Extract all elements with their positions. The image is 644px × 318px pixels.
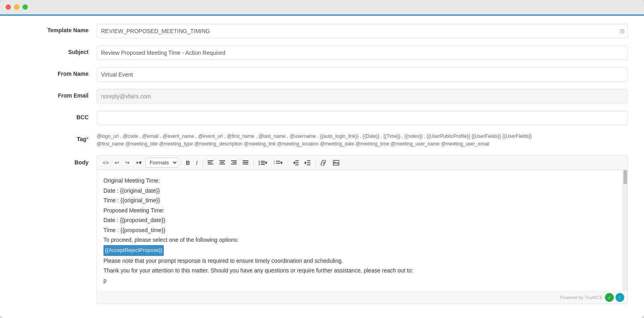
bold-button[interactable]: B: [184, 158, 192, 168]
body-line7: To proceed, please select one of the fol…: [103, 235, 616, 245]
tinymce-icon-teal: ↑: [615, 293, 624, 302]
svg-rect-2: [208, 164, 213, 164]
svg-point-14: [258, 162, 260, 163]
bcc-row: BCC: [16, 111, 628, 125]
unordered-list-button[interactable]: ▾: [256, 158, 270, 167]
svg-rect-0: [208, 160, 213, 161]
subject-input[interactable]: [97, 46, 628, 60]
svg-rect-15: [261, 162, 265, 163]
image-button[interactable]: [330, 158, 342, 167]
body-row: Body <> ↩ ↪ +▾ Formats B I: [16, 155, 628, 304]
svg-marker-22: [293, 161, 295, 164]
body-line3: Time : {{original_time}}: [103, 195, 616, 206]
subject-row: Subject: [16, 46, 628, 60]
svg-rect-7: [233, 162, 237, 163]
italic-button[interactable]: I: [194, 158, 200, 168]
svg-rect-23: [295, 160, 299, 161]
svg-rect-8: [231, 164, 237, 164]
subject-label: Subject: [16, 46, 97, 55]
svg-rect-25: [295, 164, 299, 165]
redo-button[interactable]: ↪: [123, 158, 132, 167]
svg-rect-3: [219, 160, 225, 161]
accept-reject-tag: {{AcceptRejectPropose}}: [103, 245, 164, 256]
tag-line2: @first_name @meeting_title @meeting_type…: [97, 140, 628, 148]
body-line5: Date : {{proposed_date}}: [103, 215, 616, 225]
body-line1: Original Meeting Time:: [103, 176, 616, 186]
separator-1: [181, 159, 181, 167]
svg-rect-1: [208, 162, 212, 163]
content-area: Template Name ⊟ Subject From Name From E…: [0, 15, 644, 318]
template-name-field-wrapper: ⊟: [97, 24, 628, 38]
scrollbar-thumb[interactable]: [623, 170, 627, 184]
svg-rect-11: [243, 164, 248, 164]
bcc-input[interactable]: [97, 111, 628, 125]
from-email-label: From Email: [16, 89, 97, 99]
tinymce-icon-green: ✓: [605, 293, 614, 302]
undo-button[interactable]: ↩: [112, 158, 122, 167]
template-name-label: Template Name: [16, 24, 97, 33]
from-name-input[interactable]: [97, 67, 628, 82]
close-button[interactable]: [6, 4, 11, 10]
svg-rect-13: [261, 161, 265, 162]
from-name-row: From Name: [16, 67, 628, 82]
svg-rect-17: [261, 164, 265, 165]
tag-label: Tag*: [16, 133, 97, 142]
link-button[interactable]: [318, 158, 329, 167]
maximize-button[interactable]: [23, 4, 28, 10]
template-name-row: Template Name ⊟: [16, 24, 628, 38]
svg-rect-6: [231, 160, 237, 161]
from-name-label: From Name: [16, 67, 97, 77]
svg-rect-27: [307, 160, 310, 161]
svg-rect-21: [276, 163, 280, 164]
outdent-button[interactable]: [291, 159, 301, 167]
titlebar: [0, 0, 644, 15]
svg-rect-24: [295, 162, 299, 163]
template-name-icon: ⊟: [620, 28, 625, 34]
formats-dropdown[interactable]: Formats: [145, 158, 178, 168]
tinymce-icons: ✓ ↑: [605, 293, 624, 302]
body-line2: Date : {{original_date}}: [103, 186, 616, 196]
separator-4: [288, 159, 288, 167]
ordered-list-button[interactable]: 1.2. ▾: [271, 158, 285, 167]
svg-rect-10: [243, 162, 248, 163]
editor-toolbar: <> ↩ ↪ +▾ Formats B I: [97, 156, 627, 170]
insert-button[interactable]: +▾: [133, 158, 144, 167]
separator-5: [315, 159, 316, 167]
body-line9: Please note that your prompt response is…: [103, 256, 616, 266]
indent-button[interactable]: [302, 159, 313, 167]
body-line11: p: [103, 276, 616, 286]
body-line6: Time : {{proposed_time}}: [103, 225, 616, 235]
tag-line1: @logo_url , @code , @email , @event_name…: [97, 133, 628, 140]
minimize-button[interactable]: [14, 4, 19, 10]
editor-body[interactable]: Original Meeting Time: Date : {{original…: [97, 170, 623, 291]
align-left-button[interactable]: [205, 159, 216, 167]
editor-scrollbar[interactable]: [623, 170, 627, 291]
svg-rect-28: [307, 162, 310, 163]
app-window: Template Name ⊟ Subject From Name From E…: [0, 0, 644, 318]
form-container: Template Name ⊟ Subject From Name From E…: [0, 16, 644, 318]
svg-marker-26: [305, 161, 307, 164]
tag-required-asterisk: *: [87, 136, 89, 142]
svg-rect-29: [307, 164, 310, 165]
align-justify-button[interactable]: [240, 159, 251, 167]
align-right-button[interactable]: [229, 159, 239, 167]
align-center-button[interactable]: [217, 159, 227, 167]
svg-rect-4: [220, 162, 224, 163]
svg-rect-5: [219, 164, 225, 164]
source-button[interactable]: <>: [100, 158, 111, 167]
tag-row: Tag* @logo_url , @code , @email , @event…: [16, 133, 628, 148]
powered-by-text: Powered by TinyMCE: [560, 295, 603, 300]
svg-rect-19: [276, 161, 280, 162]
svg-rect-9: [243, 160, 248, 161]
from-email-row: From Email: [16, 89, 628, 104]
body-line10: Thank you for your attention to this mat…: [103, 266, 616, 276]
tag-content: @logo_url , @code , @email , @event_name…: [97, 133, 628, 148]
separator-2: [202, 159, 203, 167]
bcc-label: BCC: [16, 111, 97, 121]
body-line4: Proposed Meeting Time:: [103, 206, 616, 216]
svg-point-16: [258, 164, 260, 165]
body-line8: {{AcceptRejectPropose}}: [103, 245, 616, 256]
template-name-input[interactable]: [97, 24, 628, 38]
separator-3: [253, 159, 254, 167]
from-email-input: [97, 89, 628, 104]
